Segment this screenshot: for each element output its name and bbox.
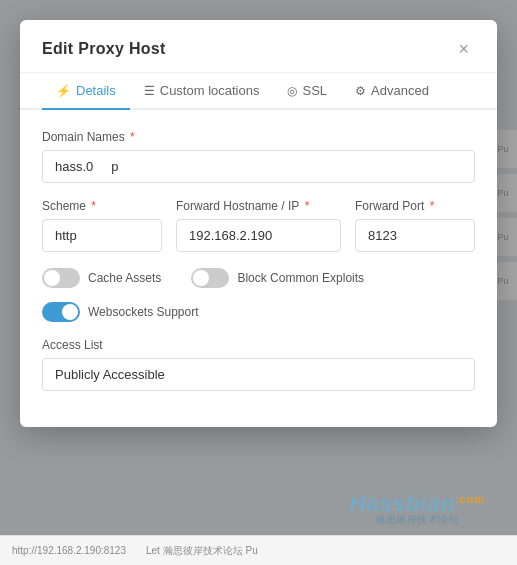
details-tab-icon: ⚡ bbox=[56, 84, 71, 98]
access-list-label: Access List bbox=[42, 338, 475, 352]
forward-hostname-label: Forward Hostname / IP * bbox=[176, 199, 341, 213]
scheme-label: Scheme * bbox=[42, 199, 162, 213]
custom-locations-tab-icon: ☰ bbox=[144, 84, 155, 98]
websockets-slider bbox=[42, 302, 80, 322]
cache-assets-label: Cache Assets bbox=[88, 271, 161, 285]
cache-assets-slider bbox=[42, 268, 80, 288]
connection-fields-row: Scheme * Forward Hostname / IP * Forward… bbox=[42, 199, 475, 252]
scheme-input[interactable] bbox=[42, 219, 162, 252]
block-exploits-label: Block Common Exploits bbox=[237, 271, 364, 285]
tab-custom-locations[interactable]: ☰ Custom locations bbox=[130, 73, 274, 110]
bottom-bar: http://192.168.2.190:8123 Let 瀚思彼岸技术论坛 P… bbox=[0, 535, 517, 565]
details-tab-label: Details bbox=[76, 83, 116, 98]
websockets-toggle[interactable] bbox=[42, 302, 80, 322]
edit-proxy-host-modal: Edit Proxy Host × ⚡ Details ☰ Custom loc… bbox=[20, 20, 497, 427]
block-exploits-toggle-item: Block Common Exploits bbox=[191, 268, 364, 288]
websockets-row: Websockets Support bbox=[42, 302, 475, 322]
cache-assets-toggle[interactable] bbox=[42, 268, 80, 288]
modal-body: Domain Names * Scheme * Forward Hostname… bbox=[20, 110, 497, 427]
domain-names-required: * bbox=[127, 130, 135, 144]
domain-names-label: Domain Names * bbox=[42, 130, 475, 144]
advanced-tab-label: Advanced bbox=[371, 83, 429, 98]
access-list-group: Access List bbox=[42, 338, 475, 391]
modal-header: Edit Proxy Host × bbox=[20, 20, 497, 73]
bottom-bar-left: http://192.168.2.190:8123 bbox=[12, 545, 126, 556]
cache-assets-toggle-item: Cache Assets bbox=[42, 268, 161, 288]
tab-advanced[interactable]: ⚙ Advanced bbox=[341, 73, 443, 110]
bottom-bar-right: Let 瀚思彼岸技术论坛 Pu bbox=[146, 544, 258, 558]
toggles-row: Cache Assets Block Common Exploits bbox=[42, 268, 475, 288]
ssl-tab-icon: ◎ bbox=[287, 84, 297, 98]
forward-hostname-input[interactable] bbox=[176, 219, 341, 252]
scheme-col: Scheme * bbox=[42, 199, 162, 252]
block-exploits-slider bbox=[191, 268, 229, 288]
tab-details[interactable]: ⚡ Details bbox=[42, 73, 130, 110]
block-exploits-toggle[interactable] bbox=[191, 268, 229, 288]
access-list-input[interactable] bbox=[42, 358, 475, 391]
domain-names-group: Domain Names * bbox=[42, 130, 475, 183]
modal-overlay: Edit Proxy Host × ⚡ Details ☰ Custom loc… bbox=[0, 0, 517, 565]
advanced-tab-icon: ⚙ bbox=[355, 84, 366, 98]
forward-port-label: Forward Port * bbox=[355, 199, 475, 213]
domain-names-input[interactable] bbox=[42, 150, 475, 183]
forward-hostname-col: Forward Hostname / IP * bbox=[176, 199, 341, 252]
ssl-tab-label: SSL bbox=[302, 83, 327, 98]
forward-port-input[interactable] bbox=[355, 219, 475, 252]
modal-title: Edit Proxy Host bbox=[42, 40, 166, 58]
custom-locations-tab-label: Custom locations bbox=[160, 83, 260, 98]
websockets-label: Websockets Support bbox=[88, 305, 199, 319]
close-button[interactable]: × bbox=[452, 38, 475, 60]
forward-port-col: Forward Port * bbox=[355, 199, 475, 252]
tab-ssl[interactable]: ◎ SSL bbox=[273, 73, 341, 110]
tabs-bar: ⚡ Details ☰ Custom locations ◎ SSL ⚙ Adv… bbox=[20, 73, 497, 110]
